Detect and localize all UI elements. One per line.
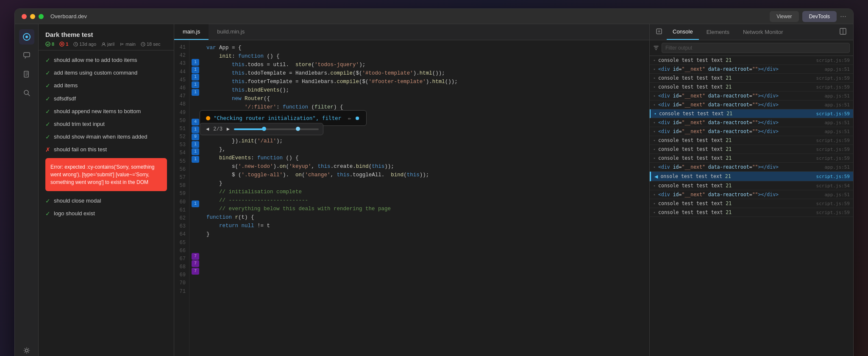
bullet-icon: • [653,58,656,63]
play-icon: ◀ [654,173,658,180]
next-breakpoint-btn[interactable]: ▶ [225,125,231,133]
code-line: this.bindEvents(); [206,86,644,95]
panel-layout-icon[interactable] [836,25,850,39]
code-line: } [206,230,644,239]
console-file: app.js:51 [824,120,850,125]
test-panel: Dark theme test 8 1 13d ago [39,24,174,356]
console-message: console test test text 21 [658,200,813,206]
filter-bar [650,40,853,56]
pass-icon: ✓ [45,210,50,217]
console-message: console test test text 21 [658,57,813,63]
minimize-button[interactable] [30,14,35,19]
list-item[interactable]: ✓ should close modal [39,195,174,207]
debug-icon[interactable]: ⏺ [355,115,360,121]
sidebar-icon-settings[interactable] [19,343,34,356]
maximize-button[interactable] [39,14,44,19]
code-line: // ------------------------- [206,196,644,205]
prev-breakpoint-btn[interactable]: ◀ [204,125,211,133]
console-file: script.js:54 [816,183,850,189]
console-file: script.js:59 [816,138,850,143]
line-numbers: 4142434445 4647484950 5152535455 5657585… [174,40,189,356]
list-item[interactable]: ✓ add items [39,79,174,92]
list-item[interactable]: ✗ should fail on this test [39,143,174,156]
viewer-button[interactable]: Viewer [770,11,798,22]
slider-thumb-2[interactable] [296,127,300,131]
breakpoint-slider[interactable] [234,128,319,130]
list-item[interactable]: ✓ should trim text input [39,118,174,131]
fail-count: 1 [59,42,68,47]
more-options-icon[interactable]: ··· [840,12,846,21]
list-item[interactable]: ✓ logo should exist [39,207,174,220]
code-line: bindEvents: function () { [206,154,644,162]
svg-point-5 [25,349,28,352]
console-row: • <div id="__next" data-reactroot=""></d… [650,92,853,100]
bullet-icon: • [653,165,656,170]
console-message: <div id="__next" data-reactroot=""></div… [658,120,822,125]
line-badges: 1 1 1 1 1 4 1 9 1 1 1 [189,40,201,356]
list-item[interactable]: ✓ should allow me to add todo items [39,54,174,67]
tab-main-js[interactable]: main.js [174,24,209,40]
test-list: ✓ should allow me to add todo items ✓ ad… [39,50,174,356]
test-meta: 8 1 13d ago jaril [45,42,167,47]
console-file: script.js:59 [816,111,850,117]
tab-elements[interactable]: Elements [701,25,735,39]
app-title: Overboard.dev [50,13,87,19]
tab-network-monitor[interactable]: Network Monitor [737,25,789,39]
sidebar-icon-search[interactable] [19,85,34,100]
console-row: ◀ onsole test test text 21 script.js:59 [650,172,853,181]
close-button[interactable] [22,14,27,19]
test-label: should trim text input [54,120,105,128]
app-window: Overboard.dev Viewer DevTools ··· [14,8,854,356]
filter-input[interactable] [662,43,850,53]
bullet-icon: • [653,120,656,125]
console-row: • console test test text 21 script.js:59 [650,136,853,145]
bullet-icon: • [653,184,656,188]
list-item[interactable]: ✓ add items using custom command [39,67,174,79]
list-item[interactable]: ✓ should show #main when items added [39,131,174,143]
console-row: • <div id="__next" data-reactroot=""></d… [650,118,853,127]
test-panel-header: Dark theme test 8 1 13d ago [39,24,174,50]
console-row: • console test test text 21 script.js:59 [650,154,853,163]
devtools-icon[interactable] [653,25,665,40]
test-label: sdfsdfsdf [54,95,76,103]
sidebar-icon-logo[interactable] [19,29,34,44]
error-box: Error: expected :cy-contains('Sorry, som… [45,158,167,191]
svg-rect-2 [24,53,30,57]
sidebar-icon-files[interactable] [19,67,34,82]
test-label: should append new items to bottom [54,108,141,115]
tab-console[interactable]: Console [667,24,699,40]
code-line: this.todos = util. store('todos-jquery')… [206,61,644,69]
test-label: add items using custom command [54,69,137,77]
console-row: • <div id="__next" data-reactroot=""></d… [650,190,853,199]
code-content: 4142434445 4647484950 5152535455 5657585… [174,40,649,356]
devtools-tabs: Console Elements Network Monitor [650,24,853,40]
console-message: console test test text 21 [658,84,813,90]
code-line: // everything below this deals with rend… [206,205,644,213]
editor-tab-bar: main.js build.min.js [174,24,649,40]
console-row: • console test test text 21 script.js:59 [650,199,853,208]
test-label: should allow me to add todo items [54,56,137,64]
pass-icon: ✓ [45,57,50,64]
devtools-button[interactable]: DevTools [802,11,837,22]
bullet-icon: • [653,138,656,143]
code-line: s('.new-todo').on('keyup', this.create.b… [206,162,644,171]
sidebar-icon-chat[interactable] [19,48,34,63]
console-message: console test test text 21 [659,111,813,117]
bullet-icon: • [653,67,656,72]
slider-thumb-1[interactable] [262,127,266,131]
console-file: app.js:51 [824,164,850,170]
bullet-icon: • [653,129,656,134]
console-row: • console test test text 21 script.js:59 [650,208,853,217]
console-row: • <div id="__next" data-reactroot=""></d… [650,100,853,109]
list-item[interactable]: ✓ sdfsdfsdf [39,92,174,105]
svg-point-1 [25,36,28,38]
code-line: new Router({ [206,95,644,103]
console-file: script.js:59 [816,84,850,90]
edit-breakpoint-icon[interactable]: ✏ [348,115,351,121]
slider-fill [234,128,264,130]
tab-build-js[interactable]: build.min.js [209,24,253,40]
bullet-icon: • [653,103,656,107]
list-item[interactable]: ✓ should append new items to bottom [39,105,174,118]
main-layout: Dark theme test 8 1 13d ago [15,24,853,356]
console-file: app.js:51 [824,102,850,108]
